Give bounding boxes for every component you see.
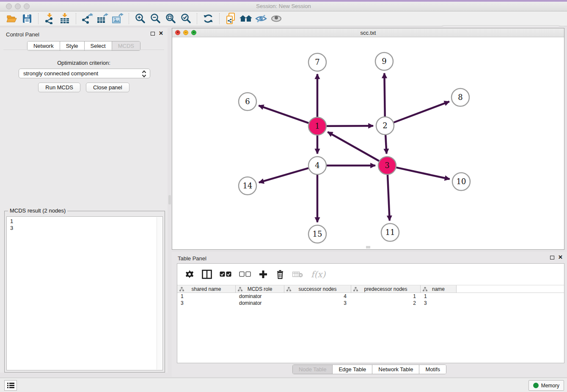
network-window-titlebar[interactable]: ✕ − + scc.txt <box>172 28 564 37</box>
zoom-in-icon[interactable] <box>134 13 146 25</box>
node-label: 10 <box>457 177 466 186</box>
edge-3-10[interactable] <box>396 168 449 179</box>
node-label: 8 <box>458 93 462 102</box>
edge-2-8[interactable] <box>394 102 449 122</box>
criterion-select[interactable]: strongly connected component <box>19 69 150 78</box>
tab-style[interactable]: Style <box>60 41 84 50</box>
column-header-shared-name[interactable]: shared name <box>177 285 236 293</box>
table-cell[interactable]: 2 <box>351 300 421 306</box>
node-4[interactable]: 4 <box>308 157 326 174</box>
zoom-fit-icon[interactable] <box>164 13 177 25</box>
export-table-icon[interactable] <box>96 13 109 25</box>
table-panel-title: Table Panel <box>178 255 206 262</box>
network-graph[interactable]: 7968124314101511 <box>172 37 564 249</box>
table-cell[interactable]: 1 <box>177 293 236 300</box>
export-image-icon[interactable] <box>111 13 124 25</box>
column-header-name[interactable]: name <box>421 285 457 293</box>
apply-layout-icon[interactable] <box>239 13 252 25</box>
tab-divider <box>3 50 164 50</box>
function-builder-icon: f(x) <box>311 269 325 279</box>
task-history-button[interactable] <box>4 380 17 391</box>
edge-1-2[interactable] <box>327 126 373 126</box>
hide-selected-eye-slash-icon[interactable] <box>255 13 267 25</box>
import-table-icon[interactable] <box>58 13 71 25</box>
node-11[interactable]: 11 <box>381 224 399 241</box>
close-table-panel-icon[interactable]: ✕ <box>558 255 563 259</box>
zoom-out-icon[interactable] <box>149 13 162 25</box>
mcds-result-title: MCDS result (2 nodes) <box>8 207 67 214</box>
node-10[interactable]: 10 <box>452 173 470 190</box>
control-panel-title: Control Panel <box>6 31 39 38</box>
table-tab-motifs[interactable]: Motifs <box>419 365 446 374</box>
edge-2-3[interactable] <box>385 135 386 154</box>
tab-select[interactable]: Select <box>84 41 112 50</box>
zoom-selected-icon[interactable] <box>179 13 192 25</box>
column-header-predecessor-nodes[interactable]: predecessor nodes <box>351 285 421 293</box>
node-label: 7 <box>315 58 319 66</box>
table-cell[interactable]: 3 <box>421 300 457 306</box>
node-8[interactable]: 8 <box>451 88 469 106</box>
float-table-panel-icon[interactable] <box>550 256 554 259</box>
export-network-icon[interactable] <box>81 13 94 25</box>
table-cell[interactable]: 3 <box>177 300 236 306</box>
node-2[interactable]: 2 <box>376 117 394 135</box>
tab-network[interactable]: Network <box>28 41 60 50</box>
float-panel-icon[interactable] <box>151 32 155 36</box>
edge-1-6[interactable] <box>259 105 308 123</box>
table-cell[interactable]: dominator <box>236 293 284 300</box>
node-14[interactable]: 14 <box>239 177 256 195</box>
table-cell[interactable]: dominator <box>236 300 284 306</box>
select-all-columns-icon[interactable] <box>220 271 231 277</box>
edge-3-1[interactable] <box>328 132 379 161</box>
node-9[interactable]: 9 <box>375 52 393 70</box>
add-column-plus-icon[interactable] <box>259 270 268 279</box>
show-all-eye-icon[interactable] <box>270 13 283 25</box>
import-network-icon[interactable] <box>43 13 56 25</box>
network-canvas[interactable]: 7968124314101511 <box>172 37 564 249</box>
table-settings-gear-icon[interactable] <box>185 270 194 279</box>
open-file-icon[interactable] <box>6 13 18 25</box>
mcds-result-item: 1 <box>10 218 162 225</box>
node-6[interactable]: 6 <box>239 93 256 110</box>
refresh-view-icon[interactable] <box>202 13 215 25</box>
table-cell[interactable]: 1 <box>351 293 421 300</box>
unselect-all-columns-icon[interactable] <box>239 271 251 277</box>
table-row[interactable]: 1dominator411 <box>177 293 564 300</box>
table-cell[interactable]: 1 <box>421 293 457 300</box>
table-row[interactable]: 3dominator323 <box>177 300 564 306</box>
clone-network-icon[interactable] <box>224 13 237 25</box>
node-label: 6 <box>245 97 250 106</box>
node-3[interactable]: 3 <box>378 157 396 174</box>
main-area: Control Panel ✕ NetworkStyleSelectMCDS O… <box>0 26 567 378</box>
memory-button[interactable]: Memory <box>528 380 564 391</box>
save-session-icon[interactable] <box>21 13 33 25</box>
toolbar-separator <box>129 13 129 24</box>
edge-3-11[interactable] <box>388 175 390 221</box>
table-tab-node-table[interactable]: Node Table <box>293 365 333 374</box>
node-7[interactable]: 7 <box>308 53 326 71</box>
node-15[interactable]: 15 <box>308 225 326 243</box>
table-cell[interactable]: 4 <box>284 293 351 300</box>
titlebar: Session: New Session <box>0 2 567 11</box>
result-scrollbar[interactable] <box>157 217 162 370</box>
tab-mcds[interactable]: MCDS <box>112 41 140 50</box>
node-1[interactable]: 1 <box>308 117 326 135</box>
edge-4-14[interactable] <box>259 168 308 182</box>
edge-2-9[interactable] <box>384 73 385 116</box>
close-panel-button[interactable]: Close panel <box>86 83 129 92</box>
mcds-result-list[interactable]: 13 <box>6 216 163 370</box>
horizontal-splitter-handle[interactable] <box>366 246 370 248</box>
table-tab-network-table[interactable]: Network Table <box>372 365 419 374</box>
split-view-icon[interactable] <box>202 270 212 279</box>
memory-status-dot <box>533 383 539 388</box>
table-cell[interactable]: 3 <box>284 300 351 306</box>
vertical-splitter-handle[interactable] <box>168 195 171 204</box>
run-mcds-button[interactable]: Run MCDS <box>38 83 80 92</box>
close-panel-icon[interactable]: ✕ <box>159 31 163 36</box>
column-header-successor-nodes[interactable]: successor nodes <box>284 285 351 293</box>
column-header-label: shared name <box>191 286 221 292</box>
main-toolbar <box>0 11 567 26</box>
delete-column-trash-icon[interactable] <box>275 270 285 279</box>
column-header-MCDS-role[interactable]: MCDS role <box>236 285 284 293</box>
table-tab-edge-table[interactable]: Edge Table <box>332 365 372 374</box>
